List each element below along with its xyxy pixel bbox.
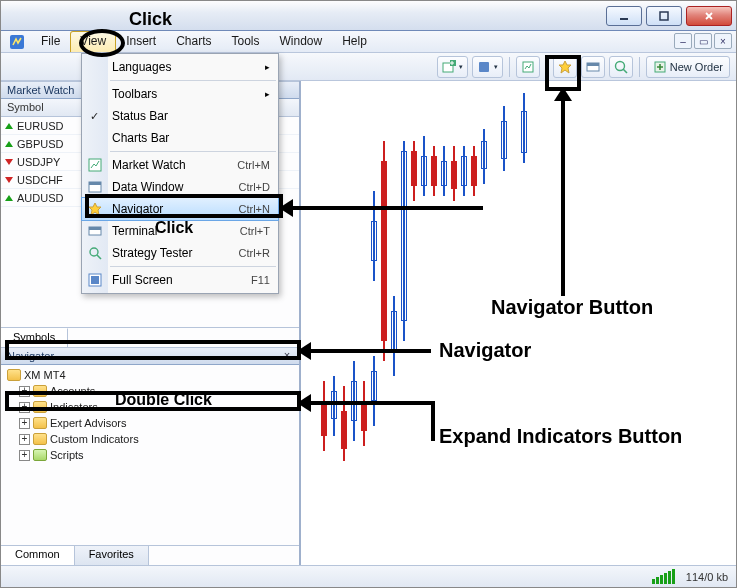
tab-symbols[interactable]: Symbols <box>1 328 68 347</box>
data-window-icon <box>87 179 103 195</box>
menu-navigator[interactable]: NavigatorCtrl+N <box>82 198 278 220</box>
menu-market-watch[interactable]: Market WatchCtrl+M <box>82 154 278 176</box>
mdi-minimize-button[interactable]: – <box>674 33 692 49</box>
svg-point-18 <box>90 248 98 256</box>
tree-root[interactable]: XM MT4 <box>3 367 297 383</box>
arrow-down-icon <box>5 159 13 165</box>
tree-accounts[interactable]: +Accounts <box>3 383 297 399</box>
toolbar-new-order-button[interactable]: New Order <box>646 56 730 78</box>
menu-data-window[interactable]: Data WindowCtrl+D <box>82 176 278 198</box>
navigator-header: Navigator× <box>1 347 299 365</box>
menu-view[interactable]: View <box>70 31 116 52</box>
menu-full-screen[interactable]: Full ScreenF11 <box>82 269 278 291</box>
menu-window[interactable]: Window <box>270 31 333 52</box>
toolbar-profiles-button[interactable]: ▾ <box>472 56 503 78</box>
folder-icon <box>33 401 47 413</box>
script-icon <box>33 449 47 461</box>
menu-file[interactable]: File <box>31 31 70 52</box>
view-menu-dropdown: Languages▸ Toolbars▸ ✓Status Bar Charts … <box>81 53 279 294</box>
status-bar: 114/0 kb <box>1 565 736 587</box>
expand-icon[interactable]: + <box>19 386 30 397</box>
toolbar-terminal-button[interactable] <box>581 56 605 78</box>
tab-common[interactable]: Common <box>1 546 75 565</box>
menu-insert[interactable]: Insert <box>116 31 166 52</box>
svg-rect-9 <box>587 63 599 66</box>
toolbar-new-chart-button[interactable]: ▾ <box>437 56 468 78</box>
strategy-tester-icon <box>87 245 103 261</box>
window-maximize-button[interactable] <box>646 6 682 26</box>
window-close-button[interactable] <box>686 6 732 26</box>
menu-terminal[interactable]: TerminalCtrl+T <box>82 220 278 242</box>
arrow-up-icon <box>5 195 13 201</box>
navigator-close-button[interactable]: × <box>281 350 293 362</box>
tree-custom-indicators[interactable]: +Custom Indicators <box>3 431 297 447</box>
toolbar-new-order-label: New Order <box>670 61 723 73</box>
window-titlebar <box>1 1 736 31</box>
tree-scripts[interactable]: +Scripts <box>3 447 297 463</box>
menu-bar: File View Insert Charts Tools Window Hel… <box>1 31 736 53</box>
menu-status-bar[interactable]: ✓Status Bar <box>82 105 278 127</box>
navigator-tabs: Common Favorites <box>1 545 299 565</box>
mdi-restore-button[interactable]: ▭ <box>694 33 712 49</box>
market-watch-icon <box>87 157 103 173</box>
tab-favorites[interactable]: Favorites <box>75 546 149 565</box>
expand-indicators-button[interactable]: + <box>19 402 30 413</box>
connection-status: 114/0 kb <box>686 571 728 583</box>
toolbar-strategy-tester-button[interactable] <box>609 56 633 78</box>
folder-icon <box>33 433 47 445</box>
expand-icon[interactable]: + <box>19 434 30 445</box>
menu-toolbars[interactable]: Toolbars▸ <box>82 83 278 105</box>
app-icon <box>7 31 27 52</box>
menu-charts-bar[interactable]: Charts Bar <box>82 127 278 149</box>
svg-rect-14 <box>89 182 101 185</box>
arrow-down-icon <box>5 177 13 183</box>
navigator-icon <box>87 201 103 217</box>
svg-rect-0 <box>620 18 628 20</box>
chart-area[interactable] <box>301 81 736 565</box>
tree-expert-advisors[interactable]: +Expert Advisors <box>3 415 297 431</box>
menu-strategy-tester[interactable]: Strategy TesterCtrl+R <box>82 242 278 264</box>
menu-tools[interactable]: Tools <box>222 31 270 52</box>
svg-rect-20 <box>91 276 99 284</box>
connection-bars-icon <box>652 569 676 584</box>
menu-languages[interactable]: Languages▸ <box>82 56 278 78</box>
svg-marker-7 <box>559 61 571 73</box>
toolbar-navigator-button[interactable] <box>553 56 577 78</box>
expand-icon[interactable]: + <box>19 450 30 461</box>
folder-icon <box>33 417 47 429</box>
svg-rect-17 <box>89 227 101 230</box>
tree-indicators[interactable]: +Indicators <box>3 399 297 415</box>
arrow-up-icon <box>5 141 13 147</box>
market-watch-tabs: Symbols <box>1 327 299 347</box>
svg-marker-15 <box>89 203 101 215</box>
menu-charts[interactable]: Charts <box>166 31 221 52</box>
expand-icon[interactable]: + <box>19 418 30 429</box>
svg-rect-1 <box>660 12 668 20</box>
terminal-icon <box>87 223 103 239</box>
folder-icon <box>33 385 47 397</box>
window-minimize-button[interactable] <box>606 6 642 26</box>
full-screen-icon <box>87 272 103 288</box>
svg-rect-5 <box>479 62 489 72</box>
folder-icon <box>7 369 21 381</box>
navigator-tree: XM MT4 +Accounts +Indicators +Expert Adv… <box>1 365 299 545</box>
menu-help[interactable]: Help <box>332 31 377 52</box>
toolbar-market-watch-button[interactable] <box>516 56 540 78</box>
arrow-up-icon <box>5 123 13 129</box>
mdi-close-button[interactable]: × <box>714 33 732 49</box>
